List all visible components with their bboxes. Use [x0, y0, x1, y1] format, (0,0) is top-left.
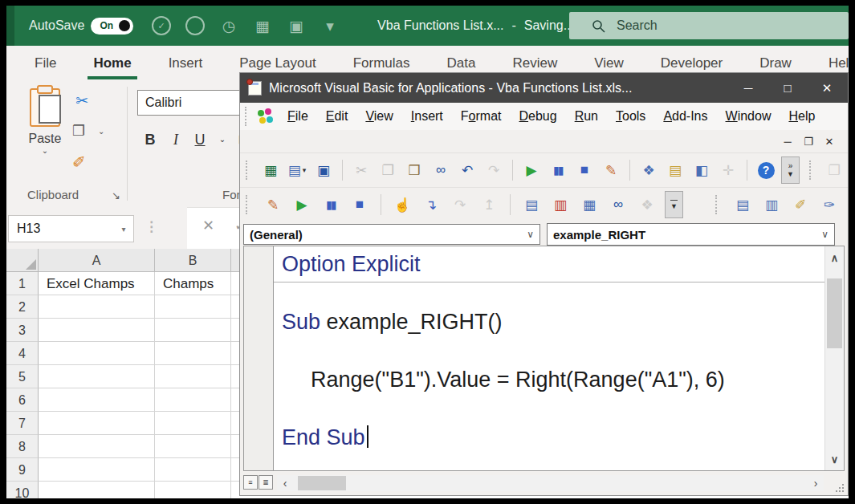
vba-menu-help[interactable]: Help	[780, 103, 824, 130]
cell-B6[interactable]	[155, 388, 231, 412]
parameter-info-icon[interactable]: ✑	[818, 193, 841, 216]
cell-B9[interactable]	[155, 458, 231, 482]
help-icon[interactable]: ?	[755, 159, 777, 181]
row-header-7[interactable]: 7	[6, 412, 39, 435]
complete-word-icon[interactable]: A→	[847, 193, 849, 216]
toolbar-grip-handle[interactable]	[809, 161, 816, 180]
ribbon-tab-home[interactable]: Home	[75, 46, 149, 80]
column-header-B[interactable]: B	[155, 249, 231, 272]
design-mode-icon[interactable]: ✎	[600, 159, 622, 181]
mdi-restore-button[interactable]: ❐	[798, 136, 819, 148]
search-box[interactable]: Search	[569, 12, 849, 39]
redo-icon[interactable]: ↷	[482, 159, 505, 181]
autosave-toggle[interactable]: On	[91, 18, 133, 35]
object-dropdown[interactable]: (General) ∨	[243, 224, 540, 245]
horizontal-scrollbar-thumb[interactable]	[298, 476, 346, 490]
cell-B5[interactable]	[155, 365, 231, 388]
watch-window-icon[interactable]: ▦	[578, 193, 601, 216]
vba-menu-run[interactable]: Run	[566, 103, 607, 130]
paste-chevron-icon[interactable]: ⌄	[21, 146, 69, 155]
cell-B8[interactable]	[155, 435, 231, 458]
cell-A9[interactable]	[39, 458, 155, 482]
cell-A2[interactable]	[39, 295, 155, 319]
quick-info-icon[interactable]: ✐	[789, 193, 812, 216]
step-out-icon[interactable]: ↥	[478, 193, 500, 216]
format-painter-icon[interactable]: ✐	[72, 152, 86, 172]
scroll-down-icon[interactable]: ∨	[825, 449, 844, 469]
horizontal-scrollbar[interactable]: ‹ ›	[277, 475, 824, 491]
procedure-dropdown[interactable]: example_RIGHT ∨	[547, 223, 835, 246]
italic-button[interactable]: I	[165, 127, 187, 152]
bold-button[interactable]: B	[139, 127, 161, 152]
break-icon[interactable]: ▮▮	[547, 159, 569, 181]
vertical-scrollbar-thumb[interactable]	[827, 278, 842, 348]
customize-qat-chevron-icon[interactable]: ▾	[313, 10, 347, 42]
vba-menu-file[interactable]: File	[279, 103, 317, 130]
paste-icon[interactable]: ❒	[403, 159, 425, 181]
call-stack-icon[interactable]: ❖	[636, 193, 658, 216]
package-icon[interactable]: ▣	[279, 10, 313, 42]
name-box[interactable]: H13 ▾	[8, 215, 134, 242]
cell-A7[interactable]	[39, 412, 155, 435]
cell-A5[interactable]	[39, 365, 155, 388]
project-explorer-icon[interactable]: ❖	[637, 159, 660, 181]
undo-icon[interactable]: ↶	[456, 159, 478, 181]
history-clock-icon[interactable]: ◷	[212, 10, 246, 42]
underline-chevron-icon[interactable]: ⌄	[211, 127, 234, 152]
code-margin-indicator-bar[interactable]	[244, 246, 274, 470]
cell-B4[interactable]	[155, 342, 231, 365]
toolbar-overflow-button[interactable]: ▼	[665, 191, 683, 218]
row-header-9[interactable]: 9	[6, 458, 39, 482]
scroll-right-icon[interactable]: ›	[808, 475, 824, 491]
cancel-entry-icon[interactable]: ✕	[202, 217, 214, 234]
cell-A8[interactable]	[39, 435, 155, 458]
sync-circle-icon[interactable]	[178, 10, 212, 42]
procedure-view-button[interactable]: ≡	[243, 475, 258, 490]
ribbon-tab-file[interactable]: File	[16, 46, 75, 80]
mdi-minimize-button[interactable]: ─	[777, 136, 798, 148]
menu-grip-handle[interactable]	[245, 107, 251, 126]
find-icon[interactable]: ∞	[430, 159, 452, 181]
row-header-8[interactable]: 8	[6, 435, 39, 458]
run-icon[interactable]: ▶	[291, 193, 313, 216]
preview-pane-icon[interactable]: ▦	[246, 10, 279, 42]
step-into-icon[interactable]: ↴	[420, 193, 442, 216]
immediate-window-icon[interactable]: ▥	[549, 193, 572, 216]
clipboard-dialog-launcher-icon[interactable]: ↘	[112, 189, 120, 201]
close-button[interactable]: ✕	[811, 73, 843, 103]
vba-menu-format[interactable]: Format	[452, 103, 511, 130]
run-icon[interactable]: ▶	[520, 159, 543, 181]
row-header-3[interactable]: 3	[6, 319, 39, 342]
toolbar-overflow-button[interactable]: »▼	[781, 156, 800, 184]
mdi-close-button[interactable]: ✕	[819, 136, 840, 148]
break-icon[interactable]: ▮▮	[320, 193, 342, 216]
formula-bar-grip-icon[interactable]: ⋮	[145, 218, 159, 235]
design-mode-icon[interactable]: ✎	[262, 193, 284, 216]
cut-icon[interactable]: ✂	[350, 159, 373, 181]
row-header-10[interactable]: 10	[6, 482, 39, 498]
minimize-button[interactable]: ─	[732, 73, 764, 103]
vba-menu-edit[interactable]: Edit	[317, 103, 357, 130]
insert-userform-icon[interactable]: ▤▾	[286, 159, 308, 181]
list-properties-icon[interactable]: ▤	[731, 193, 754, 216]
cell-A6[interactable]	[39, 388, 155, 412]
quick-watch-icon[interactable]: ∞	[607, 193, 629, 216]
cell-B7[interactable]	[155, 412, 231, 435]
cell-B10[interactable]	[155, 482, 231, 498]
ribbon-tab-insert[interactable]: Insert	[150, 46, 222, 80]
extra-tool-icon[interactable]: ❐	[823, 159, 845, 181]
paste-button[interactable]: Paste ⌄	[21, 88, 69, 155]
toolbar-grip-handle[interactable]	[246, 195, 252, 214]
cell-A1[interactable]: Excel Champs	[39, 272, 155, 295]
scroll-left-icon[interactable]: ‹	[277, 475, 293, 491]
toolbar-grip-handle[interactable]	[246, 161, 252, 180]
column-header-A[interactable]: A	[39, 249, 155, 272]
vertical-scrollbar[interactable]: ∧ ∨	[824, 246, 844, 470]
vba-titlebar[interactable]: Microsoft Visual Basic for Applications …	[240, 73, 848, 103]
view-excel-icon[interactable]: ▦	[259, 159, 282, 181]
scroll-up-icon[interactable]: ∧	[825, 248, 844, 267]
row-header-6[interactable]: 6	[6, 388, 39, 412]
step-over-icon[interactable]: ↷	[449, 193, 471, 216]
copy-icon[interactable]: ❐	[72, 122, 85, 140]
cell-B1[interactable]: Champs	[155, 272, 231, 295]
